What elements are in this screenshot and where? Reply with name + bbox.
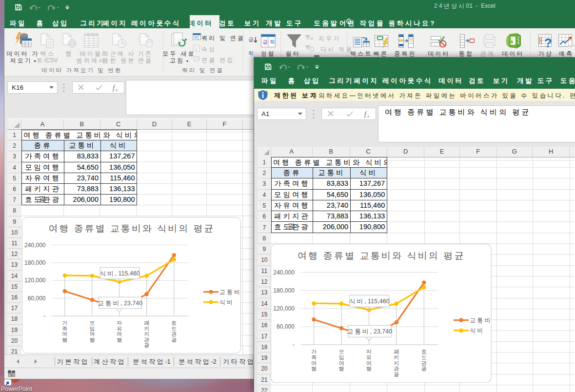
- svg-text:긍: 긍: [248, 37, 255, 42]
- svg-text:x: x: [367, 114, 369, 118]
- svg-text:학: 학: [270, 39, 275, 45]
- svg-text:?: ?: [544, 36, 552, 50]
- svg-text:x: x: [115, 87, 118, 92]
- svg-text:긍: 긍: [262, 39, 268, 45]
- svg-text:학: 학: [248, 50, 255, 56]
